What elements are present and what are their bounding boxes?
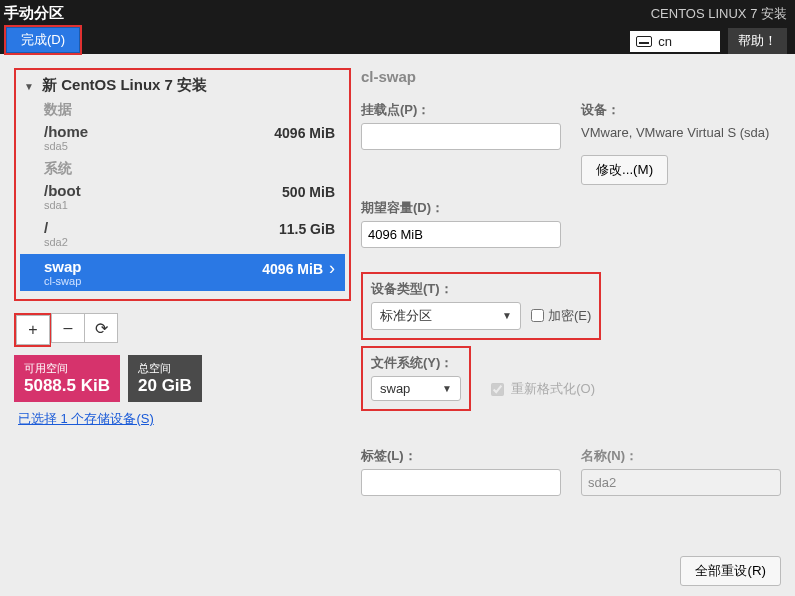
main-content: ▼ 新 CentOS Linux 7 安装 数据 /homesda5 4096 …: [0, 54, 795, 510]
refresh-button[interactable]: ⟳: [84, 313, 118, 343]
category-system: 系统: [20, 158, 345, 180]
device-label: cl-swap: [44, 275, 82, 287]
filesystem-value: swap: [380, 381, 410, 396]
desired-capacity-label: 期望容量(D)：: [361, 199, 781, 217]
top-bar: 手动分区 完成(D) CENTOS LINUX 7 安装 cn 帮助！: [0, 0, 795, 54]
devices-label: 设备：: [581, 101, 781, 119]
filesystem-label: 文件系统(Y)：: [371, 354, 461, 372]
device-type-label: 设备类型(T)：: [371, 280, 591, 298]
label-label: 标签(L)：: [361, 447, 561, 465]
label-input[interactable]: [361, 469, 561, 496]
mount-label: /boot: [44, 182, 81, 199]
locale-text: cn: [658, 34, 672, 49]
device-type-value: 标准分区: [380, 307, 432, 325]
top-left: 手动分区 完成(D): [0, 0, 82, 54]
available-space-label: 可用空间: [24, 361, 110, 376]
tree-header[interactable]: ▼ 新 CentOS Linux 7 安装: [20, 74, 345, 99]
partition-row-home[interactable]: /homesda5 4096 MiB: [20, 121, 345, 158]
expand-icon: ▼: [24, 81, 34, 92]
device-label: sda1: [44, 199, 81, 211]
partition-row-root[interactable]: /sda2 11.5 GiB: [20, 217, 345, 254]
device-label: sda2: [44, 236, 68, 248]
reformat-label: 重新格式化(O): [511, 381, 595, 396]
total-space-value: 20 GiB: [138, 376, 192, 396]
name-label: 名称(N)：: [581, 447, 781, 465]
footer-bar: 全部重设(R): [680, 556, 781, 586]
filesystem-highlight: 文件系统(Y)： swap ▼: [361, 346, 471, 411]
help-button[interactable]: 帮助！: [728, 28, 787, 54]
remove-partition-button[interactable]: –: [51, 313, 85, 343]
size-label: 4096 MiB: [262, 259, 323, 277]
device-type-highlight: 设备类型(T)： 标准分区 ▼ 加密(E): [361, 272, 601, 340]
partition-row-boot[interactable]: /bootsda1 500 MiB: [20, 180, 345, 217]
mountpoint-input[interactable]: [361, 123, 561, 150]
add-button-highlight: +: [14, 313, 51, 347]
done-button-highlight: 完成(D): [4, 25, 82, 55]
keyboard-layout-selector[interactable]: cn: [630, 31, 720, 52]
partition-tree-column: ▼ 新 CentOS Linux 7 安装 数据 /homesda5 4096 …: [14, 68, 351, 510]
devices-text: VMware, VMware Virtual S (sda): [581, 123, 781, 143]
size-label: 500 MiB: [282, 182, 335, 200]
total-space-box: 总空间 20 GiB: [128, 355, 202, 402]
installer-title: CENTOS LINUX 7 安装: [630, 5, 787, 23]
available-space-box: 可用空间 5088.5 KiB: [14, 355, 120, 402]
encrypt-label: 加密(E): [548, 307, 591, 325]
partition-detail-panel: cl-swap 挂载点(P)： 设备： VMware, VMware Virtu…: [361, 68, 795, 510]
tree-title: 新 CentOS Linux 7 安装: [42, 76, 207, 93]
top-right: CENTOS LINUX 7 安装 cn 帮助！: [630, 0, 795, 54]
partition-row-swap[interactable]: swapcl-swap 4096 MiB›: [20, 254, 345, 291]
storage-devices-link[interactable]: 已选择 1 个存储设备(S): [14, 410, 154, 428]
mountpoint-label: 挂载点(P)：: [361, 101, 561, 119]
panel-title: cl-swap: [361, 68, 781, 85]
modify-devices-button[interactable]: 修改...(M): [581, 155, 668, 185]
space-summary: 可用空间 5088.5 KiB 总空间 20 GiB: [14, 355, 351, 402]
keyboard-icon: [636, 36, 652, 47]
mount-label: swap: [44, 258, 82, 275]
size-label: 4096 MiB: [274, 123, 335, 141]
name-input: [581, 469, 781, 496]
device-label: sda5: [44, 140, 88, 152]
desired-capacity-input[interactable]: [361, 221, 561, 248]
chevron-right-icon: ›: [329, 258, 335, 279]
available-space-value: 5088.5 KiB: [24, 376, 110, 396]
device-type-dropdown[interactable]: 标准分区 ▼: [371, 302, 521, 330]
encrypt-checkbox[interactable]: [531, 309, 544, 322]
total-space-label: 总空间: [138, 361, 192, 376]
partition-tree-highlight: ▼ 新 CentOS Linux 7 安装 数据 /homesda5 4096 …: [14, 68, 351, 301]
done-button[interactable]: 完成(D): [6, 27, 80, 53]
size-label: 11.5 GiB: [279, 219, 335, 237]
caret-down-icon: ▼: [502, 310, 512, 321]
filesystem-dropdown[interactable]: swap ▼: [371, 376, 461, 401]
add-partition-button[interactable]: +: [16, 315, 50, 345]
partition-toolbar: + – ⟳: [14, 313, 351, 347]
reformat-checkbox: [491, 383, 504, 396]
mount-label: /: [44, 219, 68, 236]
category-data: 数据: [20, 99, 345, 121]
caret-down-icon: ▼: [442, 383, 452, 394]
reset-all-button[interactable]: 全部重设(R): [680, 556, 781, 586]
page-title: 手动分区: [4, 4, 82, 23]
mount-label: /home: [44, 123, 88, 140]
